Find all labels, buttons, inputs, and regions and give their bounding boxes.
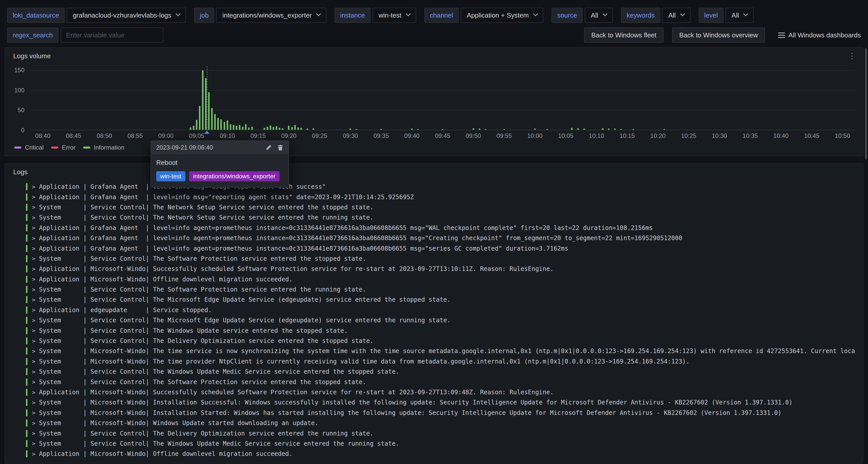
expand-chevron-icon[interactable]: > [32, 420, 35, 426]
expand-chevron-icon[interactable]: > [32, 214, 35, 221]
log-level-bar [26, 378, 28, 385]
expand-chevron-icon[interactable]: > [32, 369, 35, 375]
log-row[interactable]: >Application | Microsoft-Windo| Successf… [26, 387, 863, 397]
log-row[interactable]: >System | Service Control| The Windows U… [26, 439, 863, 449]
expand-chevron-icon[interactable]: > [32, 317, 35, 323]
log-row[interactable]: >System | Service Control| The Network S… [26, 212, 863, 223]
expand-chevron-icon[interactable]: > [32, 235, 35, 241]
log-row[interactable]: >System | Microsoft-Windo| Installation … [26, 397, 863, 407]
regex-search-input[interactable] [61, 28, 163, 43]
volume-bar [380, 129, 382, 130]
log-row[interactable]: >Application | edgeupdate | Service stop… [26, 305, 863, 315]
volume-bar [614, 128, 616, 130]
log-row[interactable]: >Application | Microsoft-Windo| Offline … [26, 274, 863, 284]
variable-job: jobintegrations/windows_exporter [194, 8, 327, 23]
expand-chevron-icon[interactable]: > [32, 225, 35, 231]
back-to-overview-button[interactable]: Back to Windows overview [672, 28, 765, 43]
expand-chevron-icon[interactable]: > [32, 245, 35, 252]
log-level-bar [26, 317, 28, 324]
legend-label: Information [94, 144, 124, 151]
expand-chevron-icon[interactable]: > [32, 297, 35, 303]
expand-chevron-icon[interactable]: > [32, 266, 35, 272]
panel-menu-icon[interactable]: ⋮ [848, 52, 856, 60]
expand-chevron-icon[interactable]: > [32, 184, 35, 190]
expand-chevron-icon[interactable]: > [32, 399, 35, 406]
volume-bar [291, 127, 293, 130]
volume-bar [307, 128, 308, 130]
back-to-fleet-button[interactable]: Back to Windows fleet [584, 28, 663, 43]
expand-chevron-icon[interactable]: > [32, 204, 35, 210]
delete-annotation-icon[interactable] [277, 145, 283, 151]
variable-picker-source[interactable]: All [585, 8, 613, 23]
log-row[interactable]: >Application | Microsoft-Windo| Offline … [26, 449, 863, 459]
log-row[interactable]: >System | Service Control| The Software … [26, 284, 863, 295]
log-row[interactable]: >System | Service Control| The Microsoft… [26, 295, 863, 305]
annotation-tag[interactable]: win-test [156, 171, 185, 181]
log-level-bar [26, 245, 28, 252]
log-row[interactable]: >Application | Grafana Agent | level=inf… [26, 192, 863, 202]
expand-chevron-icon[interactable]: > [32, 409, 35, 416]
log-row[interactable]: >Application | Grafana Agent | level=inf… [26, 233, 863, 243]
log-row[interactable]: >Application | Microsoft-Windo| Successf… [26, 264, 863, 274]
x-tick-label: 09:20 [281, 132, 297, 140]
variable-picker-instance[interactable]: win-test [372, 8, 416, 23]
log-row[interactable]: >Application | Grafana Agent | level=inf… [26, 223, 863, 233]
expand-chevron-icon[interactable]: > [32, 194, 35, 200]
expand-chevron-icon[interactable]: > [32, 255, 35, 262]
log-row[interactable]: >System | Service Control| The Software … [26, 377, 863, 387]
volume-bar [264, 128, 265, 130]
variable-picker-keywords[interactable]: All [662, 8, 690, 23]
log-row[interactable]: >System | Service Control| The Network S… [26, 202, 863, 212]
toolbar-links: Back to Windows fleet Back to Windows ov… [576, 28, 861, 43]
expand-chevron-icon[interactable]: > [32, 430, 35, 436]
expand-chevron-icon[interactable]: > [32, 338, 35, 344]
log-row[interactable]: >System | Service Control| The Delivery … [26, 428, 863, 438]
y-tick-label: 50 [18, 106, 24, 114]
log-row[interactable]: >System | Microsoft-Windo| The time prov… [26, 357, 863, 367]
log-row[interactable]: >System | Microsoft-Windo| Installation … [26, 408, 863, 418]
variable-picker-job[interactable]: integrations/windows_exporter [216, 8, 327, 23]
volume-bar [279, 128, 280, 130]
expand-chevron-icon[interactable]: > [32, 328, 35, 334]
legend-item-error[interactable]: Error [51, 144, 75, 151]
variable-picker-channel[interactable]: Application + System [461, 8, 544, 23]
log-row[interactable]: >System | Microsoft-Windo| Windows Updat… [26, 418, 863, 428]
volume-bar [236, 126, 237, 130]
log-row[interactable]: >System | Service Control| The Delivery … [26, 336, 863, 346]
log-row[interactable]: >System | Service Control| The Windows U… [26, 326, 863, 336]
variable-picker-level[interactable]: All [725, 8, 754, 23]
variable-regex_search: regex_search [7, 28, 163, 43]
expand-chevron-icon[interactable]: > [32, 389, 35, 396]
expand-chevron-icon[interactable]: > [32, 286, 35, 293]
log-row[interactable]: >System | Service Control| The Software … [26, 254, 863, 264]
volume-bar [608, 128, 610, 130]
legend-item-information[interactable]: Information [83, 144, 124, 151]
variable-value: grafanacloud-vzhuravlevlabs-logs [73, 11, 171, 19]
all-windows-dashboards-link[interactable]: All Windows dashboards [778, 31, 861, 39]
expand-chevron-icon[interactable]: > [32, 348, 35, 354]
expand-chevron-icon[interactable]: > [32, 379, 35, 385]
expand-chevron-icon[interactable]: > [32, 451, 35, 457]
annotation-line [207, 66, 207, 130]
legend-item-critical[interactable]: Critical [14, 144, 43, 151]
annotation-tag[interactable]: integrations/windows_exporter [189, 171, 280, 181]
expand-chevron-icon[interactable]: > [32, 307, 35, 313]
log-row[interactable]: >Application | Grafana Agent | level=inf… [26, 243, 863, 253]
variable-label-instance: instance [335, 8, 370, 23]
variable-picker-loki_datasource[interactable]: grafanacloud-vzhuravlevlabs-logs [67, 8, 186, 23]
volume-bar [248, 127, 250, 130]
page-scrollbar-thumb[interactable] [865, 48, 867, 159]
log-row[interactable]: >System | Service Control| The Microsoft… [26, 315, 863, 326]
log-row[interactable]: >System | Microsoft-Windo| The time serv… [26, 346, 863, 356]
variable-value: integrations/windows_exporter [222, 11, 312, 19]
log-row[interactable]: >System | Service Control| The Windows U… [26, 367, 863, 377]
volume-bar [199, 106, 200, 130]
volume-bar [230, 124, 231, 130]
expand-chevron-icon[interactable]: > [32, 358, 35, 365]
log-level-bar [26, 389, 28, 396]
expand-chevron-icon[interactable]: > [32, 440, 35, 447]
edit-annotation-icon[interactable] [266, 145, 272, 151]
expand-chevron-icon[interactable]: > [32, 276, 35, 282]
log-line-text: System | Microsoft-Windo| The time provi… [39, 358, 690, 365]
x-axis: 08:4008:4508:5008:5509:0009:0509:1009:15… [31, 132, 855, 141]
